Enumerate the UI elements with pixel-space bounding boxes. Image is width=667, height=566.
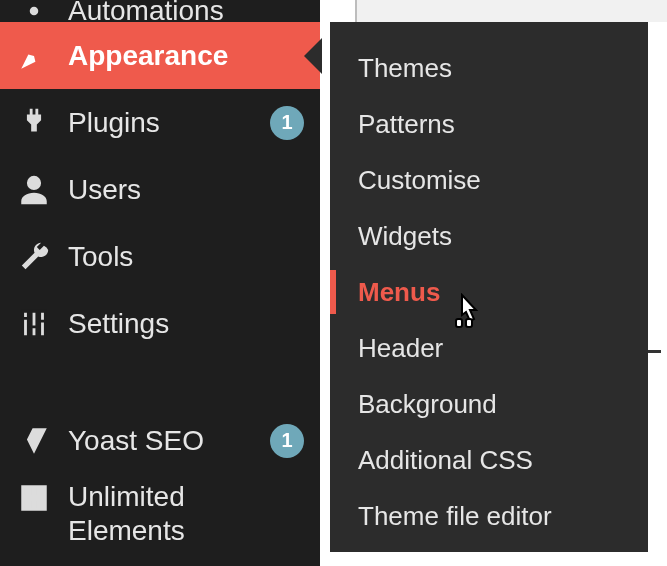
sidebar-item-settings[interactable]: Settings (0, 290, 320, 357)
submenu-item-label: Customise (358, 165, 481, 196)
submenu-item-header[interactable]: Header (330, 320, 648, 376)
submenu-item-label: Additional CSS (358, 445, 533, 476)
sidebar-item-unlimited-elements[interactable]: Unlimited Elements (0, 474, 320, 559)
svg-point-0 (30, 7, 39, 16)
submenu-item-patterns[interactable]: Patterns (330, 96, 648, 152)
sidebar-item-label: Yoast SEO (68, 425, 248, 457)
sidebar-item-label: Settings (68, 308, 304, 340)
automations-icon (16, 0, 52, 22)
unlimited-elements-icon (16, 480, 52, 516)
submenu-item-widgets[interactable]: Widgets (330, 208, 648, 264)
sidebar-item-tools[interactable]: Tools (0, 223, 320, 290)
submenu-item-label: Patterns (358, 109, 455, 140)
tools-icon (16, 239, 52, 275)
submenu-item-customise[interactable]: Customise (330, 152, 648, 208)
sidebar-item-users[interactable]: Users (0, 156, 320, 223)
content-side-mark (647, 350, 661, 353)
sidebar-separator (0, 357, 320, 407)
submenu-item-menus[interactable]: Menus (330, 264, 648, 320)
settings-icon (16, 306, 52, 342)
plugins-update-badge: 1 (270, 106, 304, 140)
submenu-item-label: Widgets (358, 221, 452, 252)
submenu-item-label: Themes (358, 53, 452, 84)
submenu-item-label: Menus (358, 277, 440, 308)
plugins-icon (16, 105, 52, 141)
appearance-icon (16, 38, 52, 74)
content-area-strip (357, 0, 667, 22)
yoast-notification-badge: 1 (270, 424, 304, 458)
submenu-item-additional-css[interactable]: Additional CSS (330, 432, 648, 488)
sidebar-item-plugins[interactable]: Plugins 1 (0, 89, 320, 156)
submenu-item-label: Background (358, 389, 497, 420)
submenu-item-themes[interactable]: Themes (330, 40, 648, 96)
sidebar-item-label: Automations (68, 0, 304, 22)
sidebar-item-label: Users (68, 174, 304, 206)
content-gutter-line (355, 0, 357, 22)
sidebar-item-label: Plugins (68, 107, 248, 139)
yoast-icon (16, 423, 52, 459)
sidebar-item-appearance[interactable]: Appearance (0, 22, 320, 89)
submenu-item-background[interactable]: Background (330, 376, 648, 432)
submenu-item-label: Theme file editor (358, 501, 552, 532)
users-icon (16, 172, 52, 208)
sidebar-item-label: Appearance (68, 40, 304, 72)
sidebar-item-yoast-seo[interactable]: Yoast SEO 1 (0, 407, 320, 474)
admin-sidebar: Automations Appearance Plugins 1 Users T… (0, 0, 320, 566)
sidebar-item-label: Tools (68, 241, 304, 273)
sidebar-item-label: Unlimited Elements (68, 480, 304, 547)
appearance-submenu: Themes Patterns Customise Widgets Menus … (330, 22, 648, 552)
sidebar-item-automations[interactable]: Automations (0, 0, 320, 22)
submenu-item-theme-file-editor[interactable]: Theme file editor (330, 488, 648, 544)
submenu-item-label: Header (358, 333, 443, 364)
